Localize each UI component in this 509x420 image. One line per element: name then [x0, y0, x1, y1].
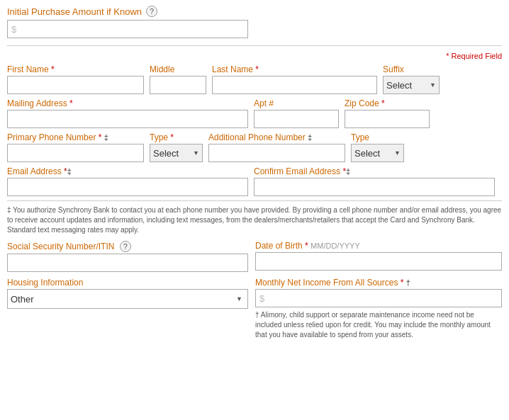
additional-phone-type-select[interactable]: Select Cell Home Work [351, 144, 404, 162]
primary-phone-label: Primary Phone Number * ‡ [7, 132, 144, 142]
initial-purchase-help-icon[interactable]: ? [146, 6, 157, 17]
mailing-address-input[interactable] [7, 110, 248, 128]
ssn-label: Social Security Number/ITIN ? [7, 241, 248, 252]
dob-input[interactable] [255, 252, 502, 271]
suffix-group: Suffix Select Jr. Sr. II III IV [383, 64, 440, 94]
required-field-note: * Required Field [7, 52, 502, 60]
address-row: Mailing Address * Apt # Zip Code * [7, 98, 502, 128]
mailing-address-group: Mailing Address * [7, 98, 248, 128]
housing-col: Housing Information Other Own Rent Live … [7, 278, 248, 340]
dollar-sign-icon: $ [11, 24, 16, 35]
dob-col: Date of Birth * MM/DD/YYYY [255, 241, 502, 272]
additional-phone-type-group: Type Select Cell Home Work [351, 132, 404, 162]
phone-type-select[interactable]: Select Cell Home Work [150, 144, 203, 162]
phone-type-group: Type * Select Cell Home Work [150, 132, 203, 162]
initial-purchase-section: Initial Purchase Amount if Known ? $ [7, 6, 502, 38]
email-label: Email Address *‡ [7, 166, 248, 176]
suffix-select-wrapper[interactable]: Select Jr. Sr. II III IV [383, 76, 440, 94]
additional-phone-type-label: Type [351, 132, 404, 142]
income-input-wrapper: $ [255, 289, 502, 307]
ssn-col: Social Security Number/ITIN ? [7, 241, 248, 272]
email-row: Email Address *‡ Confirm Email Address *… [7, 166, 502, 196]
email-group: Email Address *‡ [7, 166, 248, 196]
middle-name-input[interactable] [150, 76, 206, 94]
last-name-label: Last Name * [212, 64, 377, 74]
initial-purchase-input-wrapper: $ [7, 20, 248, 38]
initial-purchase-label: Initial Purchase Amount if Known ? [7, 6, 502, 17]
first-name-input[interactable] [7, 76, 144, 94]
housing-select[interactable]: Other Own Rent Live with Parents [7, 289, 248, 309]
primary-phone-group: Primary Phone Number * ‡ [7, 132, 144, 162]
additional-phone-group: Additional Phone Number ‡ [208, 132, 345, 162]
suffix-label: Suffix [383, 64, 440, 74]
additional-phone-type-select-wrapper[interactable]: Select Cell Home Work [351, 144, 404, 162]
monthly-income-input[interactable] [255, 289, 502, 307]
apt-label: Apt # [254, 98, 339, 108]
email-input[interactable] [7, 178, 248, 196]
phone-type-select-wrapper[interactable]: Select Cell Home Work [150, 144, 203, 162]
suffix-select[interactable]: Select Jr. Sr. II III IV [383, 76, 440, 94]
confirm-email-input[interactable] [254, 178, 495, 196]
apt-group: Apt # [254, 98, 339, 128]
zip-input[interactable] [345, 110, 430, 128]
last-name-group: Last Name * [212, 64, 377, 94]
last-name-input[interactable] [212, 76, 377, 94]
zip-label: Zip Code * [345, 98, 430, 108]
dob-label: Date of Birth * MM/DD/YYYY [255, 241, 502, 251]
phone-email-disclaimer: ‡ You authorize Synchrony Bank to contac… [7, 200, 502, 235]
housing-income-row: Housing Information Other Own Rent Live … [7, 278, 502, 340]
monthly-income-label: Monthly Net Income From All Sources * † [255, 278, 502, 288]
zip-group: Zip Code * [345, 98, 430, 128]
ssn-help-icon[interactable]: ? [120, 241, 131, 252]
additional-phone-input[interactable] [208, 144, 345, 162]
housing-label: Housing Information [7, 278, 248, 288]
apt-input[interactable] [254, 110, 339, 128]
income-note: † Alimony, child support or separate mai… [255, 310, 502, 340]
ssn-input[interactable] [7, 254, 248, 272]
initial-purchase-text: Initial Purchase Amount if Known [7, 6, 142, 17]
additional-phone-label: Additional Phone Number ‡ [208, 132, 345, 142]
middle-name-group: Middle [150, 64, 206, 94]
ssn-dob-row: Social Security Number/ITIN ? Date of Bi… [7, 241, 502, 272]
income-col: Monthly Net Income From All Sources * † … [255, 278, 502, 340]
primary-phone-input[interactable] [7, 144, 144, 162]
middle-name-label: Middle [150, 64, 206, 74]
income-dollar-sign: $ [259, 293, 264, 304]
first-name-group: First Name * [7, 64, 144, 94]
confirm-email-group: Confirm Email Address *‡ [254, 166, 495, 196]
name-row: First Name * Middle Last Name * Suffix S… [7, 64, 502, 94]
mailing-address-label: Mailing Address * [7, 98, 248, 108]
first-name-label: First Name * [7, 64, 144, 74]
phone-type-label: Type * [150, 132, 203, 142]
phone-row: Primary Phone Number * ‡ Type * Select C… [7, 132, 502, 162]
initial-purchase-input[interactable] [7, 20, 248, 38]
confirm-email-label: Confirm Email Address *‡ [254, 166, 495, 176]
section-divider-1 [7, 45, 502, 46]
housing-select-wrapper[interactable]: Other Own Rent Live with Parents [7, 289, 248, 309]
